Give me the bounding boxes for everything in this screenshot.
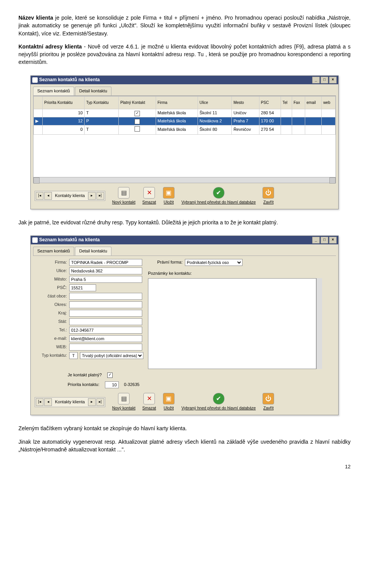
label-tel: Tel.: <box>35 327 67 333</box>
nav-label: Kontakty klienta <box>53 399 87 405</box>
nav-last-icon[interactable]: ▸| <box>96 398 104 406</box>
label-platny: Je kontakt platný? <box>68 372 102 378</box>
label-okres: Okres: <box>35 302 67 308</box>
psc-field[interactable] <box>69 284 96 291</box>
transfer-button[interactable]: ✔ Vybraný hned převést do hlavní databáz… <box>181 187 256 205</box>
page-number: 12 <box>18 463 351 471</box>
label-cast: část obce: <box>35 293 67 299</box>
tel-field[interactable] <box>69 327 142 334</box>
titlebar: Seznam kontaktů na klienta _ □ × <box>31 236 338 244</box>
contacts-grid[interactable]: Priorita Kontaktu Typ Kontaktu Platný Ko… <box>33 96 336 183</box>
nav-next-icon[interactable]: ▸ <box>88 398 96 406</box>
check-icon: ✔ <box>213 393 224 404</box>
label-kraj: Kraj: <box>35 310 67 316</box>
platny-checkbox[interactable]: ✓ <box>107 373 113 378</box>
cross-icon: ✕ <box>143 393 155 404</box>
window-contact-detail: Seznam kontaktů na klienta _ □ × Seznam … <box>30 236 339 415</box>
label-email: e-mail: <box>35 336 67 342</box>
priorita-field[interactable] <box>105 381 119 388</box>
paragraph-2: Kontaktní adresy klienta - Nově od verze… <box>18 43 351 66</box>
new-contact-button[interactable]: ▤ Nový kontakt <box>112 187 136 205</box>
window-title: Seznam kontaktů na klienta <box>39 237 100 243</box>
tabs: Seznam kontaktů Detail kontaktu <box>33 87 336 96</box>
save-button[interactable]: ▣ Uložit <box>163 187 175 205</box>
mesto-field[interactable] <box>69 276 142 283</box>
notes-textarea[interactable] <box>148 278 316 369</box>
label-firma: Firma: <box>35 259 67 266</box>
tab-detail[interactable]: Detail kontaktu <box>75 247 111 256</box>
table-row[interactable]: 0TMateřská školaŠkolní 80Řevničov270 54 <box>34 125 336 134</box>
nav-next-icon[interactable]: ▸ <box>88 192 96 200</box>
kraj-field[interactable] <box>69 310 142 317</box>
minimize-button[interactable]: _ <box>312 77 320 84</box>
table-row[interactable]: 10T✓Mateřská školaŠkolní 11Uničov280 54 <box>34 109 336 117</box>
app-icon <box>32 237 38 243</box>
ulice-field[interactable] <box>69 267 142 274</box>
save-icon: ▣ <box>163 393 175 404</box>
paragraph-5: Jinak lze automaticky vygenerovat resp. … <box>18 438 351 454</box>
delete-button[interactable]: ✕ Smazat <box>142 187 156 205</box>
minimize-button[interactable]: _ <box>312 237 320 244</box>
tab-list[interactable]: Seznam kontaktů <box>33 87 74 95</box>
nav-prev-icon[interactable]: ◂ <box>44 192 52 200</box>
toolbar: |◂ ◂ Kontakty klienta ▸ ▸| ▤ Nový kontak… <box>31 391 338 415</box>
close-button[interactable]: ⏻ Zavřít <box>263 393 274 411</box>
paragraph-4: Zeleným tlačítkem vybraný kontakt se zko… <box>18 424 351 432</box>
para1-bold: Název klienta <box>18 15 53 21</box>
close-window-button[interactable]: × <box>329 77 337 84</box>
cast-obce-field[interactable] <box>69 293 142 300</box>
nav-prev-icon[interactable]: ◂ <box>44 398 52 406</box>
label-mesto: Město: <box>35 276 67 282</box>
label-pravni: Právní forma: <box>148 259 183 266</box>
notes-scrollbar[interactable] <box>316 278 322 369</box>
record-navigator[interactable]: |◂ ◂ Kontakty klienta ▸ ▸| <box>35 191 105 201</box>
save-icon: ▣ <box>163 187 175 199</box>
save-button[interactable]: ▣ Uložit <box>163 393 175 411</box>
pravni-forma-select[interactable]: Podnikatel-fyzická oso <box>185 259 243 266</box>
typ-select[interactable]: Trvalý pobyt (oficiální adresa) <box>80 352 143 359</box>
nav-last-icon[interactable]: ▸| <box>96 192 104 200</box>
label-priorita: Priorita kontaktu: <box>68 382 100 388</box>
label-ulice: Ulice: <box>35 268 67 274</box>
delete-button[interactable]: ✕ Smazat <box>142 393 156 411</box>
close-window-button[interactable]: × <box>329 237 337 244</box>
file-icon: ▤ <box>118 187 130 199</box>
transfer-button[interactable]: ✔ Vybraný hned převést do hlavní databáz… <box>181 393 256 411</box>
stat-field[interactable] <box>69 318 142 325</box>
tabs: Seznam kontaktů Detail kontaktu <box>33 247 336 256</box>
nav-label: Kontakty klienta <box>53 193 87 199</box>
file-icon: ▤ <box>118 393 130 404</box>
para1-rest: je pole, které se konsoliduje z pole Fir… <box>18 15 351 37</box>
table-row[interactable]: ▶12P✓Mateřská školaNovákova 2Praha 7170 … <box>34 117 336 125</box>
record-navigator[interactable]: |◂ ◂ Kontakty klienta ▸ ▸| <box>35 397 105 407</box>
label-psc: PSČ: <box>35 285 67 291</box>
web-field[interactable] <box>69 344 142 351</box>
power-icon: ⏻ <box>263 393 274 404</box>
email-field[interactable] <box>69 335 142 342</box>
window-contacts-list: Seznam kontaktů na klienta _ □ × Seznam … <box>30 75 339 209</box>
paragraph-1: Název klienta je pole, které se konsolid… <box>18 14 351 37</box>
power-icon: ⏻ <box>263 187 274 199</box>
nav-first-icon[interactable]: |◂ <box>36 192 43 200</box>
tab-detail[interactable]: Detail kontaktu <box>75 87 111 95</box>
paragraph-3: Jak je patrné, lze evidovat různé druhy … <box>18 219 351 226</box>
priorita-range: 0-32635 <box>124 382 140 388</box>
new-contact-button[interactable]: ▤ Nový kontakt <box>112 393 136 411</box>
grid-header-row: Priorita Kontaktu Typ Kontaktu Platný Ko… <box>34 96 336 109</box>
tab-list[interactable]: Seznam kontaktů <box>33 247 74 256</box>
window-title: Seznam kontaktů na klienta <box>39 77 100 83</box>
firma-field[interactable] <box>69 259 142 266</box>
titlebar: Seznam kontaktů na klienta _ □ × <box>31 76 338 84</box>
label-typ: Typ kontaktu: <box>35 352 67 359</box>
okres-field[interactable] <box>69 301 142 308</box>
app-icon <box>32 77 38 83</box>
close-button[interactable]: ⏻ Zavřít <box>263 187 274 205</box>
maximize-button[interactable]: □ <box>321 237 328 244</box>
toolbar: |◂ ◂ Kontakty klienta ▸ ▸| ▤ Nový kontak… <box>31 185 338 209</box>
nav-first-icon[interactable]: |◂ <box>36 398 43 406</box>
maximize-button[interactable]: □ <box>321 77 328 84</box>
cross-icon: ✕ <box>143 187 155 199</box>
para2-bold: Kontaktní adresy klienta <box>18 43 82 50</box>
horizontal-scrollbar[interactable] <box>33 177 336 183</box>
typ-code-field[interactable] <box>69 352 78 359</box>
